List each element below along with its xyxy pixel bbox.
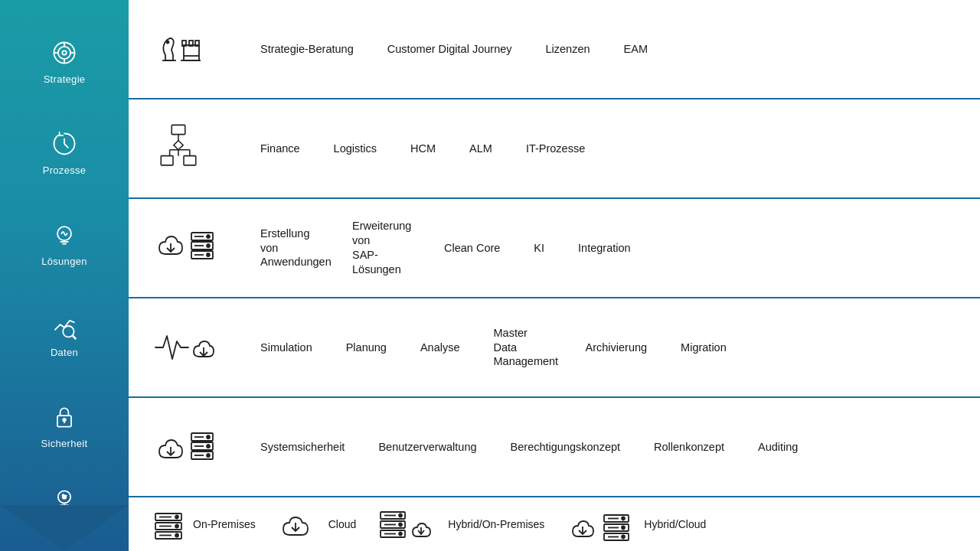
sidebar-label-strategie: Strategie [44,73,86,85]
svg-point-57 [207,435,210,439]
sidebar-label-prozesse: Prozesse [43,165,87,176]
item-archivierung: Archivierung [569,341,665,355]
svg-point-17 [63,418,66,421]
item-lizenzen: Lizenzen [529,42,607,57]
item-alm: ALM [452,142,509,156]
data-analytics-icon [152,324,220,370]
sidebar-item-prozesse[interactable]: Prozesse [0,106,129,197]
server-icon [152,507,185,541]
item-analyse: Analyse [403,341,477,355]
footer-on-premises: On-Premises [152,507,256,541]
item-it-prozesse: IT-Prozesse [509,142,602,156]
hybrid-cloud-icon [567,507,636,541]
row-content-sicherheit: Systemsicherheit Benutzerverwaltung Bere… [243,440,957,455]
item-customer-digital-journey: Customer Digital Journey [371,42,529,57]
svg-point-46 [207,235,210,238]
svg-point-48 [207,253,210,256]
item-rollenkonzept: Rollenkonzept [637,440,741,455]
svg-rect-37 [161,156,173,165]
item-logistics: Logistics [317,142,394,156]
row-content-strategie: Strategie-Beratung Customer Digital Jour… [243,42,957,57]
target-icon [51,39,78,70]
svg-point-58 [207,445,210,448]
solutions-icon [51,221,78,253]
label-on-premises: On-Premises [193,518,256,530]
sidebar-label-loesungen: Lösungen [41,256,87,267]
hybrid-server-icon [379,507,440,541]
arrow-down-icon [0,505,129,551]
item-berechtigungskonzept: Berechtigungskonzept [494,440,638,455]
main-content: Strategie-Beratung Customer Digital Jour… [129,0,980,551]
row-icon-sicherheit [152,424,243,470]
svg-point-77 [399,523,402,527]
security-icon [51,403,78,435]
svg-point-1 [58,46,70,58]
row-content-loesungen: Erstellung vonAnwendungen Erweiterung vo… [243,219,957,276]
svg-marker-35 [174,141,183,150]
row-icon-daten [152,324,243,370]
svg-point-76 [399,514,402,517]
footer-hybrid-cloud: Hybrid/Cloud [567,507,706,541]
sidebar-item-strategie[interactable]: Strategie [0,15,129,106]
svg-point-89 [622,536,625,539]
chess-icon [152,28,213,70]
item-auditing: Auditing [741,440,815,455]
cloud-server-icon [152,225,220,271]
item-clean-core: Clean Core [427,241,517,256]
label-hybrid-cloud: Hybrid/Cloud [644,518,706,530]
row-loesungen: Erstellung vonAnwendungen Erweiterung vo… [129,199,980,298]
svg-rect-27 [184,45,199,60]
item-erweiterung: Erweiterung vonSAP-Lösungen [335,219,427,276]
sidebar-label-betrieb: Betrieb [47,520,80,532]
row-icon-loesungen [152,225,243,271]
sidebar-item-loesungen[interactable]: Lösungen [0,197,129,289]
svg-point-68 [175,534,178,537]
svg-point-78 [399,533,402,536]
row-strategie: Strategie-Beratung Customer Digital Jour… [129,0,980,99]
row-content-daten: Simulation Planung Analyse Master DataMa… [243,326,957,370]
item-master-data: Master DataManagement [477,326,569,370]
footer-row: On-Premises Cloud [129,497,980,551]
sidebar-item-sicherheit[interactable]: Sicherheit [0,380,129,471]
svg-point-47 [207,244,210,247]
security-system-icon [152,424,220,470]
sidebar-item-daten[interactable]: Daten [0,289,129,380]
item-benutzerverwaltung: Benutzerverwaltung [361,440,493,455]
cloud-icon [279,507,321,541]
item-integration: Integration [561,241,648,256]
betrieb-icon [51,486,78,517]
process-icon [51,130,78,161]
item-simulation: Simulation [243,341,329,355]
sidebar-label-sicherheit: Sicherheit [41,438,88,449]
item-systemsicherheit: Systemsicherheit [243,440,361,455]
svg-point-87 [622,517,625,520]
svg-point-88 [622,527,625,530]
svg-point-66 [175,516,178,519]
item-migration: Migration [664,341,743,355]
item-finance: Finance [243,142,317,156]
label-cloud: Cloud [328,518,357,530]
item-strategie-beratung: Strategie-Beratung [243,42,371,57]
flowchart-icon [152,122,205,175]
svg-point-67 [175,525,178,528]
svg-line-8 [64,144,68,148]
item-eam: EAM [607,42,665,57]
svg-marker-24 [0,505,129,551]
svg-rect-38 [184,156,196,165]
svg-line-15 [73,335,76,338]
item-ki: KI [517,241,561,256]
row-icon-strategie [152,28,243,70]
item-hcm: HCM [394,142,452,156]
row-prozesse: Finance Logistics HCM ALM IT-Prozesse [129,99,980,199]
row-icon-prozesse [152,122,243,175]
svg-point-59 [207,454,210,457]
footer-cloud: Cloud [279,507,357,541]
row-sicherheit: Systemsicherheit Benutzerverwaltung Bere… [129,398,980,497]
svg-rect-33 [172,125,185,134]
svg-point-2 [62,51,66,54]
sidebar-item-betrieb[interactable]: Betrieb [0,477,129,540]
row-content-prozesse: Finance Logistics HCM ALM IT-Prozesse [243,142,957,156]
label-hybrid-onprem: Hybrid/On-Premises [448,518,544,530]
data-icon [51,312,78,344]
item-planung: Planung [329,341,403,355]
